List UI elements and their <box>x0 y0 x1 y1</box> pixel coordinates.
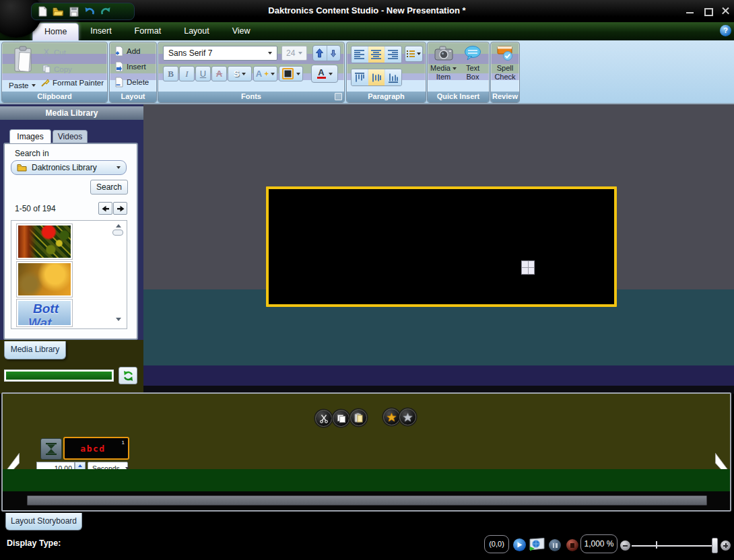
search-button[interactable]: Search <box>90 180 128 195</box>
cut-button[interactable]: Cut <box>42 48 66 57</box>
play-button[interactable] <box>513 538 526 551</box>
new-document-icon[interactable] <box>38 6 47 17</box>
frame-transition-button[interactable] <box>40 438 62 460</box>
format-painter-button[interactable]: Format Painter <box>41 78 104 87</box>
maximize-button[interactable] <box>702 6 714 16</box>
presentation-stage[interactable] <box>266 186 617 307</box>
zoom-slider-track[interactable] <box>632 545 714 547</box>
valign-bottom-button[interactable] <box>385 69 401 85</box>
copy-button[interactable]: Copy <box>42 65 72 73</box>
quick-insert-group-label[interactable]: Quick Insert <box>428 92 489 102</box>
paste-button[interactable]: Paste <box>5 79 40 91</box>
align-left-button[interactable] <box>352 46 368 63</box>
outline-button[interactable] <box>279 66 303 81</box>
font-name-caret <box>268 52 272 55</box>
tab-images[interactable]: Images <box>9 129 51 143</box>
stage-window-placeholder-icon[interactable] <box>521 260 535 275</box>
shrink-font-button[interactable] <box>327 46 341 61</box>
paste-icon[interactable] <box>13 46 34 77</box>
font-size-combo[interactable]: 24 <box>281 46 307 61</box>
tab-format[interactable]: Format <box>123 22 173 40</box>
cut-icon <box>319 414 329 423</box>
list-icon <box>407 50 415 58</box>
review-group-label[interactable]: Review <box>491 92 519 102</box>
valign-top-icon <box>355 73 364 83</box>
help-button[interactable]: ? <box>720 25 731 36</box>
italic-button[interactable]: I <box>179 66 195 81</box>
text-box-button[interactable]: Text Box <box>459 45 486 81</box>
text-box-label: Text Box <box>459 64 486 81</box>
delete-button[interactable]: Delete <box>114 77 149 88</box>
thumbnail-scrollbar-thumb[interactable] <box>112 230 123 236</box>
close-button[interactable] <box>719 6 731 16</box>
add-button[interactable]: Add <box>114 46 140 57</box>
tab-layout[interactable]: Layout <box>172 22 221 40</box>
font-color-button[interactable]: A <box>311 65 338 83</box>
valign-top-button[interactable] <box>352 69 368 85</box>
previous-page-button[interactable] <box>98 202 112 215</box>
thumbnail-scroll-down-icon[interactable] <box>116 318 121 321</box>
storyboard-copy-button[interactable] <box>333 410 349 427</box>
glow-button[interactable]: A <box>253 66 277 81</box>
next-page-button[interactable] <box>113 202 127 215</box>
shadow-button[interactable]: S <box>228 66 252 81</box>
list-options-button[interactable] <box>405 46 423 62</box>
storyboard-timeline: abcd 1 10.00 Seconds <box>1 392 731 512</box>
align-center-button[interactable] <box>368 46 385 63</box>
insert-label: Insert <box>127 63 146 71</box>
bold-button[interactable]: B <box>163 66 178 81</box>
storyboard-frame-thumbnail[interactable]: abcd 1 <box>63 437 129 460</box>
open-folder-icon[interactable] <box>53 7 64 16</box>
storyboard-scrollbar-thumb[interactable] <box>27 495 707 505</box>
clipboard-group-label[interactable]: Clipboard <box>2 92 107 102</box>
media-library-bottom-tab[interactable]: Media Library <box>4 341 66 359</box>
minimize-icon <box>686 12 694 13</box>
tab-videos[interactable]: Videos <box>53 130 88 143</box>
paragraph-group-label[interactable]: Paragraph <box>347 92 426 102</box>
storyboard-favorite-gold-star-button[interactable] <box>383 409 400 425</box>
minimize-button[interactable] <box>684 6 696 16</box>
undo-icon[interactable] <box>84 7 95 16</box>
align-right-button[interactable] <box>385 46 401 63</box>
underline-button[interactable]: U <box>195 66 211 81</box>
storyboard-paste-button[interactable] <box>350 409 367 426</box>
insert-button[interactable]: Insert <box>114 61 146 72</box>
thumbnail-bottled-water-image[interactable]: Bott Wat <box>16 299 73 327</box>
send-to-display-button[interactable] <box>529 538 545 554</box>
stop-button[interactable] <box>566 539 578 551</box>
frame-number: 1 <box>122 440 125 446</box>
save-icon[interactable] <box>69 7 79 17</box>
refresh-button[interactable] <box>119 367 137 384</box>
spell-check-icon <box>496 45 514 61</box>
valign-middle-button[interactable] <box>368 69 385 85</box>
pause-button[interactable] <box>549 539 561 551</box>
zoom-in-button[interactable] <box>721 540 731 551</box>
tab-home[interactable]: Home <box>32 23 79 40</box>
zoom-slider-thumb[interactable] <box>712 538 718 553</box>
layout-group-label[interactable]: Layout <box>110 92 156 102</box>
library-folder-dropdown[interactable]: Daktronics Library <box>11 160 127 175</box>
minus-icon <box>623 545 628 547</box>
fonts-group-label[interactable]: Fonts <box>158 92 344 102</box>
tab-insert[interactable]: Insert <box>79 22 123 40</box>
thumbnail-fire-camo-image[interactable] <box>16 223 73 260</box>
spell-check-button[interactable]: Spell Check <box>492 45 519 81</box>
zoom-out-button[interactable] <box>620 540 630 551</box>
fonts-dialog-launcher[interactable] <box>335 93 342 100</box>
storyboard-star-gray-button[interactable] <box>399 409 416 425</box>
redo-icon[interactable] <box>100 7 111 16</box>
copy-icon <box>337 414 346 423</box>
cursor-coordinates: (0,0) <box>484 535 509 553</box>
media-item-button[interactable]: Media Item <box>429 45 458 81</box>
thumbnail-text-line1: Bott <box>33 302 59 316</box>
thumbnail-orange-abstract-image[interactable] <box>16 261 73 298</box>
spinner-up-icon <box>78 464 82 467</box>
strikethrough-button[interactable]: A <box>211 66 227 81</box>
thumbnail-scroll-up-icon[interactable] <box>116 224 121 228</box>
storyboard-cut-button[interactable] <box>315 410 332 427</box>
grow-font-button[interactable] <box>313 46 327 61</box>
layout-storyboard-tab[interactable]: Layout Storyboard <box>5 513 82 530</box>
font-name-combo[interactable]: Sans Serif 7 <box>163 46 277 61</box>
thumbnail-text-line2: Wat <box>28 316 51 325</box>
tab-view[interactable]: View <box>221 22 262 40</box>
